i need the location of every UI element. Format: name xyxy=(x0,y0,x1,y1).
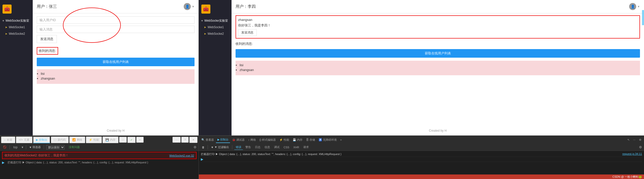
devtools-panel: ⌂ 欢迎 </> 元素 ▶ 控制台 { } 源代码 📶 网络 xyxy=(0,135,644,179)
dt-tab-more-right[interactable]: » xyxy=(339,137,343,142)
message-input-left[interactable] xyxy=(37,26,195,33)
sidebar-group-right[interactable]: ▼ WebSocke实验室 xyxy=(199,18,232,24)
prompt-arrow-right: ▶ xyxy=(201,157,203,161)
dt-tab-style-editor[interactable]: {} 样式编辑器 xyxy=(258,137,277,143)
page-header-right: 用户：李四 👤 ▼ xyxy=(232,0,644,13)
avatar-left: 👤 xyxy=(184,3,191,10)
clear-icon: 🚫 xyxy=(3,146,7,149)
tab-welcome[interactable]: ⌂ 欢迎 xyxy=(1,136,15,143)
browser-right: 🧰 ▼ WebSocke实验室 ➤ WebSocke1 ➤ WebSocke2 … xyxy=(199,0,644,135)
dt-tab-network-right[interactable]: ↕ 网络 xyxy=(247,137,257,143)
sidebar-group-left[interactable]: ▼ WebSocke实验室 xyxy=(0,18,33,24)
perf-icon-left: ⚡ xyxy=(89,138,92,141)
avatar-area-right: 👤 ▼ xyxy=(629,3,640,10)
gear-btn-right[interactable]: ⚙ xyxy=(639,145,642,149)
level-tab-log[interactable]: 日志 xyxy=(253,145,262,150)
send-icon-1-right: ➤ xyxy=(204,26,206,29)
users-list-left: lisi zhangsan xyxy=(37,69,195,84)
memory-icon-left: 💾 xyxy=(105,138,109,141)
clear-console-btn[interactable]: 🚫 xyxy=(2,145,8,149)
sep-r2 xyxy=(232,145,232,149)
get-users-btn-left[interactable]: 获取在线用户列表 xyxy=(37,58,195,66)
filter-btn[interactable]: ▼ 筛选器 xyxy=(28,145,42,150)
page-title-left: 用户：张三 xyxy=(37,4,57,9)
user-item-lisi-left: lisi xyxy=(41,72,191,76)
tab-check-left[interactable]: ✓ xyxy=(127,137,136,143)
tab-help-left[interactable]: ? xyxy=(181,137,189,143)
console-area-left: 收到的消息WebSocket2: 你好张三，我是李四！ WebSocket2.v… xyxy=(0,151,199,179)
level-tab-warning[interactable]: 警告 xyxy=(244,145,252,150)
more-icon-left: ··· xyxy=(175,138,178,141)
help-icon-left: ? xyxy=(184,138,186,141)
page-title-right: 用户：李四 xyxy=(236,4,256,9)
tab-sources[interactable]: { } 源代码 xyxy=(51,136,69,143)
sidebar-item-label-1-right: WebSocke1 xyxy=(208,25,224,29)
level-tab-xhr[interactable]: XHR xyxy=(292,145,300,150)
received-label-left: 收到的消息: xyxy=(37,47,58,55)
tab-elements[interactable]: </> 元素 xyxy=(16,136,32,143)
received-label-right: 收到的消息: xyxy=(236,42,640,46)
tab-console-left[interactable]: ▶ 控制台 xyxy=(33,136,50,143)
created-by-right: Created by H xyxy=(429,129,447,132)
style-icon: {} xyxy=(259,138,261,141)
avatar-chevron-right: ▼ xyxy=(637,5,640,8)
scrollbar-right[interactable] xyxy=(642,10,644,25)
top-context-selector[interactable]: top xyxy=(12,145,19,150)
devtools-tabs-right: 🔍 查看器 ▶ 控制台 🐞 调试器 ↕ 网络 {} 样式编辑器 xyxy=(199,136,644,144)
send-icon-1-left: ➤ xyxy=(5,26,7,29)
send-btn-right[interactable]: 发送消息 xyxy=(238,29,257,36)
tab-box-left[interactable]: □ xyxy=(119,137,127,143)
tab-plus-left[interactable]: + xyxy=(136,137,144,143)
dt-tab-cursor[interactable]: ↖ xyxy=(626,137,631,142)
dt-tab-accessibility[interactable]: ♿ 无障碍环境 xyxy=(317,137,338,143)
trash-btn-right[interactable]: 🗑 xyxy=(201,145,206,149)
get-users-btn-right[interactable]: 获取在线用户列表 xyxy=(236,49,640,58)
dt-tab-more2-right[interactable]: ··· xyxy=(632,137,637,142)
sep-r1 xyxy=(208,145,208,149)
tab-more-left[interactable]: ··· xyxy=(172,137,181,143)
dt-tab-debugger[interactable]: 🐞 调试器 xyxy=(231,137,246,143)
sidebar-logo-right: 🧰 xyxy=(199,3,232,16)
close-icon-left: ✕ xyxy=(192,138,195,141)
sidebar-item-websocke1-right[interactable]: ➤ WebSocke1 xyxy=(199,24,232,30)
tab-memory-left[interactable]: 💾 内存 xyxy=(102,136,119,143)
dt-tab-storage[interactable]: 🗄 存储 xyxy=(305,137,317,143)
accessibility-icon: ♿ xyxy=(319,138,322,141)
user-item-zhangsan-left: zhangsan xyxy=(41,77,191,80)
filter-output-btn[interactable]: ▼ ▼ 过滤输出 xyxy=(210,145,230,150)
dt-tab-perf-right[interactable]: ⚡ 性能 xyxy=(278,137,291,143)
level-tab-request[interactable]: 请求 xyxy=(302,145,310,150)
gear-icon-right2: ⚙ xyxy=(639,145,642,149)
filter-icon: ▼ xyxy=(29,146,32,149)
sidebar-logo-left: 🧰 xyxy=(0,3,33,16)
level-select[interactable]: 默认级别 xyxy=(46,145,65,150)
log-link-right-1[interactable]: request.js:34:11 xyxy=(622,152,642,155)
sidebar-item-websocke1-left[interactable]: ➤ WebSocke1 xyxy=(0,24,33,30)
console-area-right: 拦截器打印 ▶ Object { data: {…}, status: 200,… xyxy=(199,151,644,174)
error-link[interactable]: WebSocket2.vue:32 xyxy=(169,154,194,157)
highlight-box-right: zhangsan 你好张三，我是李四！ 发送消息 xyxy=(236,15,640,39)
level-tab-debug[interactable]: 调试 xyxy=(273,145,281,150)
send-btn-left[interactable]: 发送消息 xyxy=(37,35,57,43)
dt-tab-console[interactable]: ▶ 控制台 xyxy=(216,137,230,143)
dt-tab-viewer[interactable]: 🔍 查看器 xyxy=(200,137,215,143)
level-tab-error[interactable]: 错误 xyxy=(234,145,243,150)
level-tab-css[interactable]: CSS xyxy=(282,145,291,150)
sidebar-item-websocke2-left[interactable]: ➤ WebSocke2 xyxy=(0,30,33,37)
sidebar-item-websocke2-right[interactable]: ➤ WebSocke2 xyxy=(199,30,232,37)
tab-close-left[interactable]: ✕ xyxy=(189,137,198,143)
debugger-icon: 🐞 xyxy=(232,138,236,141)
sender-id-right: zhangsan xyxy=(238,18,637,22)
gear-btn-left[interactable]: ⚙ xyxy=(194,145,197,149)
dt-tab-memory-right[interactable]: 💾 内存 xyxy=(291,137,304,143)
send-icon-2-left: ➤ xyxy=(5,32,7,35)
no-issues-label: 没有问题 xyxy=(69,145,80,149)
storage-icon: 🗄 xyxy=(306,138,309,141)
perf-icon-right: ⚡ xyxy=(279,138,283,141)
tab-performance-left[interactable]: ⚡ 性能 xyxy=(86,136,102,143)
tab-network-left[interactable]: 📶 网络 xyxy=(69,136,85,143)
dt-tab-gear-right[interactable]: ⚙ xyxy=(637,137,643,142)
main-content-left: 用户：张三 👤 ▼ 发送消息 收到的消息: 获取在线用户列表 lisi zhan… xyxy=(33,0,199,135)
user-id-input-left[interactable] xyxy=(37,16,195,24)
level-tab-info[interactable]: 信息 xyxy=(263,145,272,150)
